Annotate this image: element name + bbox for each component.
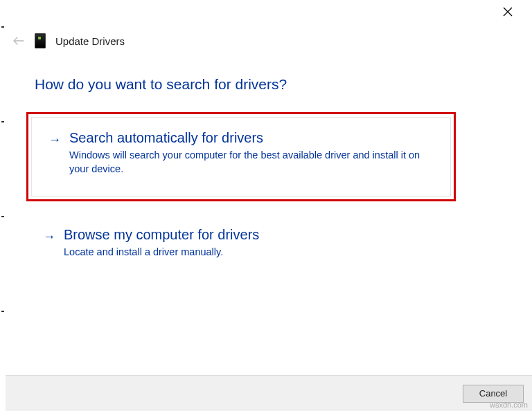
option-description: Windows will search your computer for th… bbox=[69, 148, 434, 176]
close-button[interactable] bbox=[503, 7, 517, 21]
edge-tick bbox=[1, 216, 4, 217]
option-search-auto[interactable]: → Search automatically for drivers Windo… bbox=[31, 117, 451, 197]
arrow-right-icon: → bbox=[43, 227, 55, 245]
option-title: Browse my computer for drivers bbox=[64, 227, 259, 243]
option-title: Search automatically for drivers bbox=[69, 130, 434, 146]
arrow-right-icon: → bbox=[48, 130, 61, 148]
header: Update Drivers bbox=[12, 33, 125, 48]
option-content: Browse my computer for drivers Locate an… bbox=[64, 227, 259, 259]
cancel-button[interactable]: Cancel bbox=[463, 385, 524, 403]
page-question: How do you want to search for drivers? bbox=[35, 76, 287, 93]
option-search-auto-highlight: → Search automatically for drivers Windo… bbox=[26, 112, 456, 201]
footer: Cancel bbox=[6, 375, 532, 411]
close-icon bbox=[503, 7, 513, 17]
option-browse[interactable]: → Browse my computer for drivers Locate … bbox=[26, 223, 456, 264]
option-content: Search automatically for drivers Windows… bbox=[69, 130, 434, 176]
option-description: Locate and install a driver manually. bbox=[64, 245, 259, 259]
device-icon bbox=[35, 33, 46, 48]
edge-tick bbox=[1, 121, 4, 122]
edge-tick bbox=[1, 26, 4, 28]
edge-tick bbox=[1, 311, 4, 312]
window-title: Update Drivers bbox=[55, 35, 125, 47]
watermark: wsxdn.com bbox=[490, 401, 528, 409]
back-arrow-icon[interactable] bbox=[12, 37, 25, 45]
